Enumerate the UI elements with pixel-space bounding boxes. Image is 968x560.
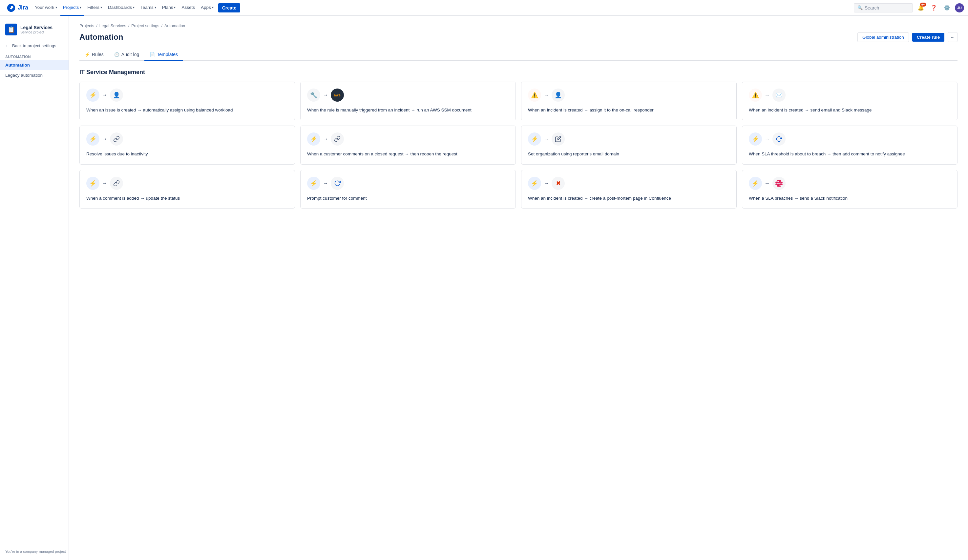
notifications-button[interactable]: 🔔 9+ [915,3,926,13]
card-9-text: When a comment is added → update the sta… [86,195,288,202]
card-5-text: Resolve issues due to inactivity [86,151,288,157]
search-box[interactable]: 🔍 Search [854,3,913,12]
top-nav-items: Your work ▾ Projects ▾ Filters ▾ Dashboa… [32,0,240,16]
card-1[interactable]: ⚡ → 👤 When an issue is created → automat… [80,82,295,120]
card-11[interactable]: ⚡ → ✖ When an incident is created → crea… [521,170,737,208]
card-1-icon2: 👤 [110,89,123,102]
tab-rules[interactable]: ⚡ Rules [80,48,109,61]
nav-plans[interactable]: Plans ▾ [159,0,179,16]
card-8[interactable]: ⚡ → When SLA threshold is about to breac… [742,126,958,164]
header-actions: Global administration Create rule ··· [857,32,958,42]
card-10-arrow-icon: → [323,180,328,186]
top-nav-right: 🔍 Search 🔔 9+ ❓ ⚙️ JU [854,3,964,13]
card-3-icons: ⚠️ → 👤 [528,89,730,102]
card-7-icon1: ⚡ [528,132,541,145]
create-button[interactable]: Create [218,3,240,12]
create-rule-button[interactable]: Create rule [912,33,945,41]
tab-audit-log[interactable]: 🕐 Audit log [109,48,144,61]
card-5-icon2 [110,132,123,145]
dashboards-chevron-icon: ▾ [133,6,134,9]
card-9-icons: ⚡ → [86,177,288,190]
card-3[interactable]: ⚠️ → 👤 When an incident is created → ass… [521,82,737,120]
search-placeholder: Search [865,5,879,10]
card-2[interactable]: 🔧 → aws When the rule is manually trigge… [300,82,516,120]
global-administration-button[interactable]: Global administration [857,33,909,42]
nav-your-work[interactable]: Your work ▾ [32,0,60,16]
card-7-arrow-icon: → [544,136,549,142]
cards-grid-row2: ⚡ → Resolve issues due to inactivity ⚡ → [80,126,958,164]
card-2-icon2: aws [331,89,344,102]
card-5[interactable]: ⚡ → Resolve issues due to inactivity [80,126,295,164]
cards-grid-row1: ⚡ → 👤 When an issue is created → automat… [80,82,958,120]
settings-button[interactable]: ⚙️ [942,3,952,13]
aws-badge: aws [332,93,342,98]
nav-assets[interactable]: Assets [179,0,197,16]
section-title: IT Service Management [80,69,958,76]
card-7-icon2 [552,132,565,145]
cards-grid-row3: ⚡ → When a comment is added → update the… [80,170,958,208]
card-6-icon2 [331,132,344,145]
card-8-arrow-icon: → [764,136,770,142]
nav-filters[interactable]: Filters ▾ [85,0,105,16]
card-5-icons: ⚡ → [86,132,288,145]
card-1-text: When an issue is created → automatically… [86,107,288,114]
card-1-icon1: ⚡ [86,89,99,102]
card-10-icon1: ⚡ [307,177,320,190]
card-9[interactable]: ⚡ → When a comment is added → update the… [80,170,295,208]
card-8-text: When SLA threshold is about to breach → … [749,151,951,157]
sidebar-footer: You're in a company-managed project [0,545,69,557]
audit-log-tab-icon: 🕐 [114,52,119,57]
card-3-icon2: 👤 [552,89,565,102]
plans-chevron-icon: ▾ [174,6,176,9]
card-1-arrow-icon: → [102,92,107,98]
nav-dashboards[interactable]: Dashboards ▾ [105,0,137,16]
breadcrumb-projects[interactable]: Projects [80,24,94,28]
your-work-chevron-icon: ▾ [55,6,57,9]
card-10-icons: ⚡ → [307,177,509,190]
card-2-text: When the rule is manually triggered from… [307,107,509,114]
nav-apps[interactable]: Apps ▾ [198,0,216,16]
sidebar-section-label: AUTOMATION [0,51,69,60]
card-6-arrow-icon: → [323,136,328,142]
sidebar-item-legacy-automation[interactable]: Legacy automation [0,70,69,80]
breadcrumb-legal-services[interactable]: Legal Services [99,24,126,28]
help-button[interactable]: ❓ [928,3,939,13]
card-12-icons: ⚡ → [749,177,951,190]
card-7-text: Set organization using reporter's email … [528,151,730,157]
avatar[interactable]: JU [955,3,964,12]
jira-logo[interactable]: Jira [4,3,31,12]
card-10-text: Prompt customer for comment [307,195,509,202]
card-10[interactable]: ⚡ → Prompt customer for comment [300,170,516,208]
filters-chevron-icon: ▾ [100,6,102,9]
more-options-button[interactable]: ··· [948,32,958,42]
card-12[interactable]: ⚡ → When a SLA breaches → send a Slack n… [742,170,958,208]
sidebar-item-automation[interactable]: Automation [0,60,69,70]
back-icon: ← [5,43,10,48]
apps-chevron-icon: ▾ [212,6,214,9]
project-name: Legal Services [20,25,53,30]
card-4[interactable]: ⚠️ → ✉️ When an incident is created → se… [742,82,958,120]
back-to-project-settings[interactable]: ← Back to project settings [0,41,69,51]
tab-templates[interactable]: 📄 Templates [144,48,183,61]
card-2-icons: 🔧 → aws [307,89,509,102]
card-9-icon2 [110,177,123,190]
card-6[interactable]: ⚡ → When a customer comments on a closed… [300,126,516,164]
page-header: Automation Global administration Create … [80,32,958,42]
main-layout: 📋 Legal Services Service project ← Back … [0,16,968,560]
card-7[interactable]: ⚡ → Set organization using reporter's em… [521,126,737,164]
card-4-arrow-icon: → [764,92,770,98]
card-7-icons: ⚡ → [528,132,730,145]
card-3-arrow-icon: → [544,92,549,98]
card-12-icon2 [772,177,786,190]
card-12-icon1: ⚡ [749,177,762,190]
breadcrumb-project-settings[interactable]: Project settings [131,24,159,28]
card-10-icon2 [331,177,344,190]
card-11-arrow-icon: → [544,180,549,186]
project-icon: 📋 [5,24,17,35]
card-6-icon1: ⚡ [307,132,320,145]
card-8-icon2 [772,132,786,145]
templates-tab-icon: 📄 [150,52,155,57]
card-6-icons: ⚡ → [307,132,509,145]
nav-projects[interactable]: Projects ▾ [60,0,85,16]
nav-teams[interactable]: Teams ▾ [138,0,159,16]
